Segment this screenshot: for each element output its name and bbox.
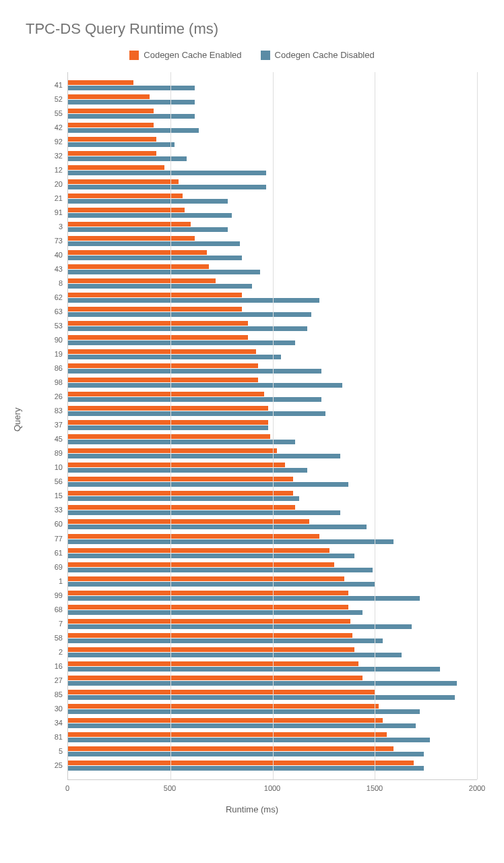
y-tick-label: 41 bbox=[55, 81, 68, 89]
bar-enabled bbox=[68, 477, 293, 481]
bar-disabled bbox=[68, 397, 321, 402]
bar-enabled bbox=[68, 434, 270, 439]
bar-enabled bbox=[68, 194, 183, 198]
y-axis-label: Query bbox=[12, 408, 22, 432]
bar-enabled bbox=[68, 562, 334, 567]
bar-disabled bbox=[68, 312, 311, 317]
bar-disabled bbox=[68, 128, 199, 133]
bar-enabled bbox=[68, 151, 156, 156]
bar-disabled bbox=[68, 539, 393, 544]
bar-enabled bbox=[68, 591, 348, 595]
gridline bbox=[477, 72, 478, 779]
x-tick-label: 0 bbox=[65, 784, 69, 792]
y-tick-label: 3 bbox=[59, 222, 68, 231]
bar-enabled bbox=[68, 718, 383, 723]
y-tick-label: 15 bbox=[55, 492, 68, 500]
bar-enabled bbox=[68, 94, 150, 99]
y-tick-label: 2 bbox=[59, 648, 68, 656]
bar-enabled bbox=[68, 123, 154, 127]
legend-item-enabled: Codegen Cache Enabled bbox=[129, 50, 241, 60]
bar-disabled bbox=[68, 709, 420, 714]
bar-enabled bbox=[68, 264, 209, 269]
bar-disabled bbox=[68, 624, 412, 629]
bar-disabled bbox=[68, 653, 402, 657]
bar-disabled bbox=[68, 667, 440, 672]
legend-swatch-disabled bbox=[261, 51, 270, 60]
legend: Codegen Cache Enabled Codegen Cache Disa… bbox=[13, 50, 491, 60]
y-tick-label: 5 bbox=[59, 747, 68, 755]
bar-disabled bbox=[68, 752, 424, 756]
bar-disabled bbox=[68, 596, 420, 601]
y-tick-label: 20 bbox=[55, 180, 68, 188]
legend-label-disabled: Codegen Cache Disabled bbox=[275, 50, 375, 60]
x-axis-ticks: 0500100015002000 bbox=[67, 780, 477, 794]
x-tick-label: 2000 bbox=[469, 784, 485, 792]
bar-enabled bbox=[68, 761, 414, 765]
y-tick-label: 43 bbox=[55, 265, 68, 273]
y-tick-label: 53 bbox=[55, 322, 68, 330]
gridline bbox=[170, 72, 171, 779]
bar-disabled bbox=[68, 582, 375, 587]
bar-enabled bbox=[68, 165, 164, 170]
y-tick-label: 56 bbox=[55, 477, 68, 485]
legend-label-enabled: Codegen Cache Enabled bbox=[144, 50, 241, 60]
bar-disabled bbox=[68, 156, 187, 161]
y-tick-label: 91 bbox=[55, 208, 68, 216]
bar-enabled bbox=[68, 236, 195, 241]
y-tick-label: 19 bbox=[55, 350, 68, 358]
y-tick-label: 86 bbox=[55, 364, 68, 372]
y-tick-label: 10 bbox=[55, 463, 68, 471]
bar-disabled bbox=[68, 554, 354, 558]
bar-disabled bbox=[68, 326, 307, 331]
bar-disabled bbox=[68, 681, 457, 686]
y-tick-label: 89 bbox=[55, 449, 68, 457]
y-tick-label: 63 bbox=[55, 307, 68, 316]
bar-enabled bbox=[68, 406, 268, 411]
bar-disabled bbox=[68, 114, 195, 119]
y-tick-label: 60 bbox=[55, 520, 68, 528]
y-tick-label: 8 bbox=[59, 279, 68, 287]
y-tick-label: 7 bbox=[59, 620, 68, 628]
bar-disabled bbox=[68, 185, 266, 189]
bar-enabled bbox=[68, 576, 344, 581]
bar-disabled bbox=[68, 241, 240, 246]
chart-plot-area: 4152554292321220219137340438626353901986… bbox=[67, 72, 477, 780]
bar-disabled bbox=[68, 142, 175, 147]
bar-enabled bbox=[68, 208, 185, 212]
bar-enabled bbox=[68, 278, 216, 283]
bar-disabled bbox=[68, 355, 281, 359]
bar-disabled bbox=[68, 425, 268, 430]
y-tick-label: 27 bbox=[55, 676, 68, 684]
bar-disabled bbox=[68, 454, 340, 458]
bar-disabled bbox=[68, 171, 266, 175]
y-tick-label: 73 bbox=[55, 237, 68, 245]
y-tick-label: 55 bbox=[55, 109, 68, 117]
y-tick-label: 45 bbox=[55, 435, 68, 443]
y-tick-label: 90 bbox=[55, 336, 68, 344]
bar-disabled bbox=[68, 440, 295, 444]
y-tick-label: 81 bbox=[55, 733, 68, 741]
bar-disabled bbox=[68, 695, 455, 700]
bar-disabled bbox=[68, 766, 424, 771]
bar-disabled bbox=[68, 482, 348, 487]
y-tick-label: 77 bbox=[55, 535, 68, 543]
bar-enabled bbox=[68, 335, 248, 340]
y-tick-label: 69 bbox=[55, 563, 68, 571]
y-tick-label: 12 bbox=[55, 166, 68, 174]
bar-enabled bbox=[68, 605, 348, 609]
y-tick-label: 92 bbox=[55, 138, 68, 146]
bar-enabled bbox=[68, 534, 319, 539]
bar-enabled bbox=[68, 619, 350, 624]
y-tick-label: 1 bbox=[59, 577, 68, 585]
legend-swatch-enabled bbox=[129, 51, 139, 60]
bar-enabled bbox=[68, 732, 387, 737]
bar-enabled bbox=[68, 633, 352, 638]
bar-enabled bbox=[68, 491, 293, 496]
y-tick-label: 62 bbox=[55, 293, 68, 301]
bar-enabled bbox=[68, 378, 258, 382]
x-tick-label: 1500 bbox=[367, 784, 383, 792]
bar-enabled bbox=[68, 420, 268, 425]
bar-disabled bbox=[68, 723, 416, 728]
bar-disabled bbox=[68, 525, 367, 529]
bar-enabled bbox=[68, 704, 379, 709]
